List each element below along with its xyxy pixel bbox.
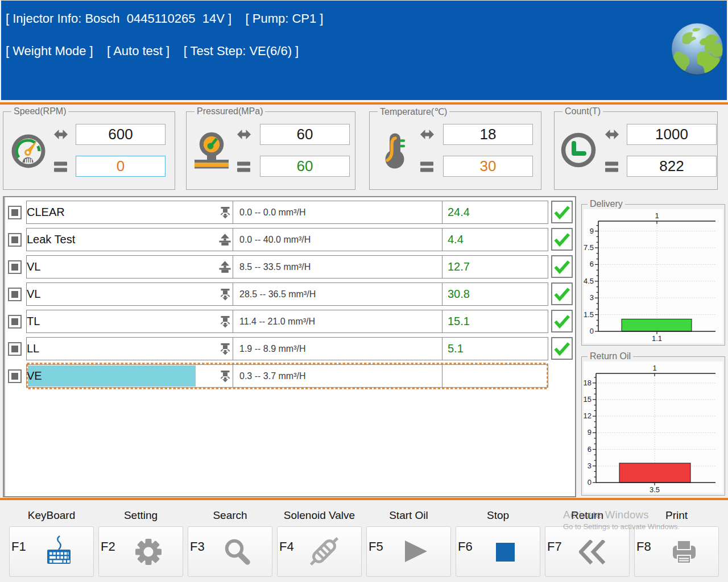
svg-text:4.5: 4.5 xyxy=(584,277,594,285)
svg-text:9: 9 xyxy=(588,428,592,436)
svg-text:1: 1 xyxy=(655,211,659,220)
svg-text:0: 0 xyxy=(590,327,594,335)
svg-text:15: 15 xyxy=(584,395,592,404)
svg-text:1.5: 1.5 xyxy=(584,310,594,319)
svg-text:3.5: 3.5 xyxy=(650,485,660,493)
svg-text:6: 6 xyxy=(590,260,594,268)
svg-text:0: 0 xyxy=(588,478,592,487)
svg-text:6: 6 xyxy=(588,445,592,454)
svg-text:12: 12 xyxy=(584,411,592,420)
svg-text:9: 9 xyxy=(590,227,594,235)
svg-text:1.1: 1.1 xyxy=(652,334,662,343)
svg-text:3: 3 xyxy=(588,462,592,470)
svg-text:1: 1 xyxy=(652,364,656,372)
svg-text:18: 18 xyxy=(584,379,592,387)
svg-text:7.5: 7.5 xyxy=(584,243,594,252)
svg-text:3: 3 xyxy=(590,293,594,302)
